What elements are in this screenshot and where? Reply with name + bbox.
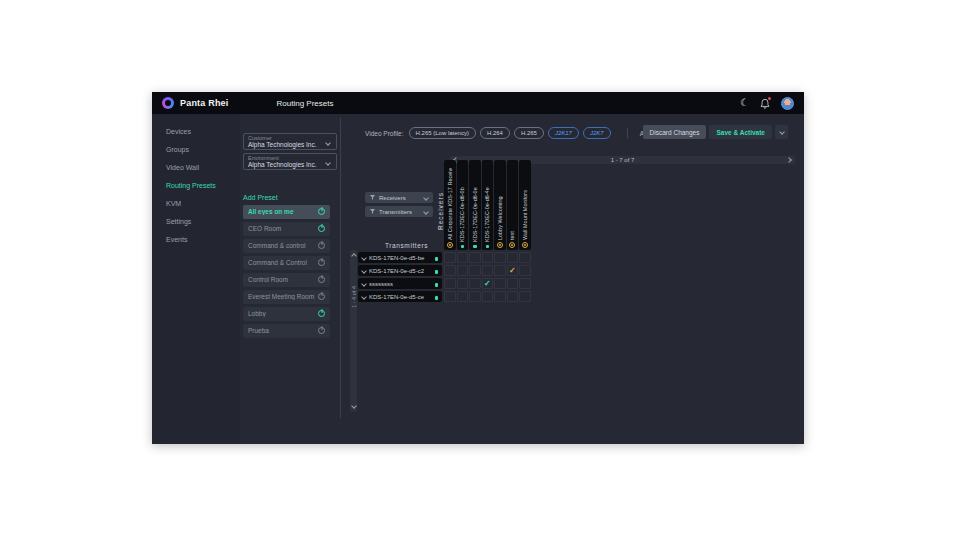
transmitter-label: KDS-17EN-0e-d5-be: [369, 255, 432, 261]
video-profile-chip-h-265[interactable]: H.265: [514, 127, 544, 139]
receivers-filter-label: Receivers: [379, 195, 406, 201]
matrix-cell[interactable]: [482, 252, 494, 263]
sidebar-item-events[interactable]: Events: [152, 231, 240, 249]
preset-item-everest-meeting-room[interactable]: Everest Meeting Room: [243, 290, 330, 304]
matrix-cell[interactable]: [444, 252, 456, 263]
matrix-cell[interactable]: [507, 252, 519, 263]
environment-select[interactable]: Environment Alpha Technologies Inc.: [243, 153, 337, 170]
matrix-cell[interactable]: [457, 278, 469, 289]
power-icon[interactable]: [318, 242, 325, 249]
matrix-cell[interactable]: ✓: [482, 278, 494, 289]
power-icon[interactable]: [318, 259, 325, 266]
power-icon[interactable]: [318, 208, 325, 215]
filter-funnel-icon: [370, 209, 375, 214]
chevron-up-icon[interactable]: [351, 253, 357, 259]
preset-label: Prueba: [248, 327, 318, 334]
matrix-cell[interactable]: [444, 265, 456, 276]
theme-toggle-moon-icon[interactable]: ☾: [740, 98, 749, 108]
matrix-cell[interactable]: [519, 265, 531, 276]
transmitter-row-kds-17en-0e-d5-c2[interactable]: KDS-17EN-0e-d5-c2: [358, 265, 442, 276]
preset-item-command-control[interactable]: Command & Control: [243, 256, 330, 270]
matrix-cell[interactable]: [457, 252, 469, 263]
sidebar-item-groups[interactable]: Groups: [152, 141, 240, 159]
sidebar-item-settings[interactable]: Settings: [152, 213, 240, 231]
matrix-cell[interactable]: [494, 252, 506, 263]
matrix-cell[interactable]: [457, 265, 469, 276]
device-online-dot-icon: [461, 245, 465, 249]
power-icon[interactable]: [318, 327, 325, 334]
customer-select[interactable]: Customer Alpha Technologies Inc.: [243, 133, 337, 150]
user-avatar[interactable]: [781, 97, 794, 110]
transmitters-axis-label: Transmitters: [385, 242, 428, 249]
chevron-right-icon[interactable]: [786, 157, 792, 163]
matrix-cell[interactable]: [519, 252, 531, 263]
matrix-cell[interactable]: [457, 291, 469, 302]
receivers-pagination-text: 1 - 7 of 7: [611, 157, 635, 163]
receiver-column-wall-mount-monitors[interactable]: Wall Mount Monitors: [519, 160, 531, 250]
receivers-filter-select[interactable]: Receivers: [365, 192, 433, 203]
receiver-column-kds-17dec-0e-d6-4e[interactable]: KDS-17DEC-0e-d6-4e: [482, 160, 494, 250]
matrix-cell[interactable]: [469, 265, 481, 276]
sidebar-item-devices[interactable]: Devices: [152, 123, 240, 141]
matrix-cell[interactable]: [444, 278, 456, 289]
power-icon[interactable]: [318, 310, 325, 317]
matrix-cell[interactable]: [494, 265, 506, 276]
matrix-cell[interactable]: [519, 291, 531, 302]
video-profile-chip-h-265-low-latency[interactable]: H.265 (Low latency): [409, 127, 476, 139]
power-icon[interactable]: [318, 225, 325, 232]
receiver-column-all-corporate-kds-17-receivers[interactable]: All Corporate KDS-17 Receivers: [444, 160, 456, 250]
matrix-cell[interactable]: [444, 291, 456, 302]
video-profile-chip-j2k7[interactable]: J2K7: [583, 127, 611, 139]
matrix-cell[interactable]: [482, 291, 494, 302]
preset-item-lobby[interactable]: Lobby: [243, 307, 330, 321]
preset-label: Everest Meeting Room: [248, 293, 318, 300]
matrix-cell[interactable]: [494, 291, 506, 302]
sidebar-item-kvm[interactable]: KVM: [152, 195, 240, 213]
transmitter-row-kds-17en-0e-d5-be[interactable]: KDS-17EN-0e-d5-be: [358, 252, 442, 263]
top-bar: Panta Rhei Routing Presets ☾: [152, 92, 804, 114]
matrix-cell[interactable]: [469, 278, 481, 289]
receiver-column-kds-17dec-0e-d6-0e[interactable]: KDS-17DEC-0e-d6-0e: [469, 160, 481, 250]
receiver-column-kds-17dec-0e-d6-0b[interactable]: KDS-17DEC-0e-d6-0b: [457, 160, 469, 250]
matrix-cell[interactable]: [507, 291, 519, 302]
chevron-down-icon: [423, 195, 429, 201]
group-icon: [497, 242, 503, 248]
add-preset-button[interactable]: Add Preset: [243, 194, 278, 201]
discard-changes-button[interactable]: Discard Changes: [643, 125, 707, 139]
filters: Receivers Transmitters: [365, 192, 433, 220]
notifications-bell-icon[interactable]: [760, 98, 770, 109]
transmitter-row-ssssssss[interactable]: ssssssss: [358, 278, 442, 289]
transmitters-pagination-bar[interactable]: 1 - 4 of 4: [350, 250, 357, 412]
video-profile-chip-j2k17[interactable]: J2K17: [548, 127, 579, 139]
matrix-cell[interactable]: [494, 278, 506, 289]
preset-item-control-room[interactable]: Control Room: [243, 273, 330, 287]
matrix-cell[interactable]: [519, 278, 531, 289]
transmitter-row-kds-17en-0e-d5-ce[interactable]: KDS-17EN-0e-d5-ce: [358, 291, 442, 302]
save-activate-button[interactable]: Save & Activate: [709, 125, 772, 139]
group-icon: [509, 242, 515, 248]
routing-matrix: ✓✓: [444, 252, 531, 304]
preset-item-command-control[interactable]: Command & control: [243, 239, 330, 253]
preset-item-ceo-room[interactable]: CEO Room: [243, 222, 330, 236]
sidebar-item-routing-presets[interactable]: Routing Presets: [152, 177, 240, 195]
power-icon[interactable]: [318, 276, 325, 283]
receiver-column-lobby-welcoming[interactable]: Lobby Welcoming: [494, 160, 506, 250]
matrix-cell[interactable]: [469, 252, 481, 263]
matrix-cell[interactable]: [469, 291, 481, 302]
chevron-down-icon[interactable]: [351, 403, 357, 409]
matrix-cell[interactable]: [507, 278, 519, 289]
transmitters-filter-select[interactable]: Transmitters: [365, 206, 433, 217]
receiver-column-test[interactable]: test: [507, 160, 519, 250]
save-activate-dropdown-button[interactable]: [775, 125, 788, 139]
matrix-cell[interactable]: [482, 265, 494, 276]
video-profile-label: Video Profile:: [365, 130, 404, 137]
preset-label: Control Room: [248, 276, 318, 283]
preset-item-prueba[interactable]: Prueba: [243, 324, 330, 338]
sidebar-item-video-wall[interactable]: Video Wall: [152, 159, 240, 177]
power-icon[interactable]: [318, 293, 325, 300]
preset-item-all-eyes-on-me[interactable]: All eyes on me: [243, 205, 330, 219]
video-profile-chip-h-264[interactable]: H.264: [480, 127, 510, 139]
transmitter-rows: KDS-17EN-0e-d5-beKDS-17EN-0e-d5-c2ssssss…: [358, 252, 442, 304]
matrix-cell[interactable]: ✓: [507, 265, 519, 276]
routing-content: Video Profile: H.265 (Low latency)H.264H…: [345, 114, 804, 444]
